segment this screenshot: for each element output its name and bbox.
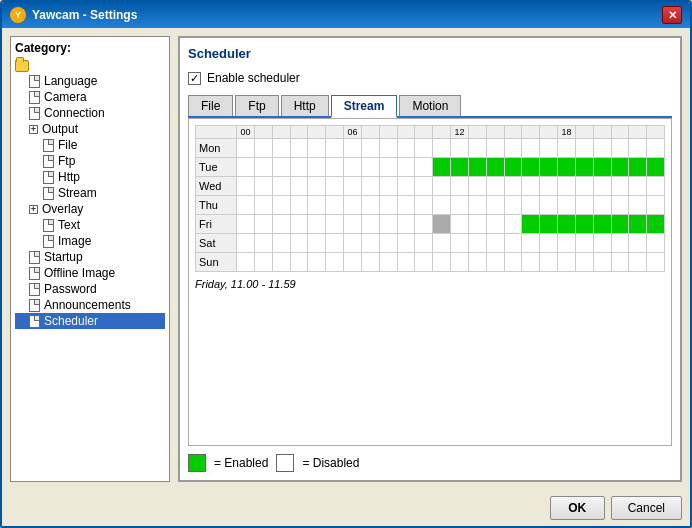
cell-fri-1[interactable] [255, 215, 272, 233]
cell-sat-9[interactable] [398, 234, 415, 252]
cell-sun-10[interactable] [415, 253, 432, 271]
cell-mon-7[interactable] [362, 139, 379, 157]
cell-wed-11[interactable] [433, 177, 450, 195]
cell-sun-5[interactable] [326, 253, 343, 271]
cell-wed-17[interactable] [540, 177, 557, 195]
cell-sun-0[interactable] [237, 253, 254, 271]
tab-motion[interactable]: Motion [399, 95, 461, 116]
tab-http[interactable]: Http [281, 95, 329, 116]
cell-mon-15[interactable] [505, 139, 522, 157]
cell-sat-20[interactable] [594, 234, 611, 252]
cell-tue-6[interactable] [344, 158, 361, 176]
cell-thu-19[interactable] [576, 196, 593, 214]
cell-tue-16[interactable] [522, 158, 539, 176]
cell-mon-5[interactable] [326, 139, 343, 157]
cell-wed-21[interactable] [612, 177, 629, 195]
cell-wed-15[interactable] [505, 177, 522, 195]
cell-sat-15[interactable] [505, 234, 522, 252]
cell-thu-17[interactable] [540, 196, 557, 214]
cell-tue-19[interactable] [576, 158, 593, 176]
cell-mon-3[interactable] [291, 139, 308, 157]
cell-wed-8[interactable] [380, 177, 397, 195]
cell-fri-0[interactable] [237, 215, 254, 233]
cell-mon-12[interactable] [451, 139, 468, 157]
cell-sun-16[interactable] [522, 253, 539, 271]
cell-sat-19[interactable] [576, 234, 593, 252]
cell-thu-0[interactable] [237, 196, 254, 214]
cell-thu-9[interactable] [398, 196, 415, 214]
cell-wed-19[interactable] [576, 177, 593, 195]
cell-tue-13[interactable] [469, 158, 486, 176]
cell-tue-3[interactable] [291, 158, 308, 176]
cell-mon-6[interactable] [344, 139, 361, 157]
cell-sun-13[interactable] [469, 253, 486, 271]
cell-fri-7[interactable] [362, 215, 379, 233]
cell-sun-23[interactable] [647, 253, 664, 271]
cell-sat-12[interactable] [451, 234, 468, 252]
cell-mon-18[interactable] [558, 139, 575, 157]
cell-tue-23[interactable] [647, 158, 664, 176]
sidebar-item-image[interactable]: Image [15, 233, 165, 249]
cell-sat-23[interactable] [647, 234, 664, 252]
cell-fri-21[interactable] [612, 215, 629, 233]
cell-mon-0[interactable] [237, 139, 254, 157]
cell-sat-2[interactable] [273, 234, 290, 252]
cell-tue-8[interactable] [380, 158, 397, 176]
cell-tue-20[interactable] [594, 158, 611, 176]
cell-mon-13[interactable] [469, 139, 486, 157]
sidebar-item-camera[interactable]: Camera [15, 89, 165, 105]
cell-sat-22[interactable] [629, 234, 646, 252]
cell-sat-18[interactable] [558, 234, 575, 252]
cell-thu-1[interactable] [255, 196, 272, 214]
cell-wed-10[interactable] [415, 177, 432, 195]
cell-thu-7[interactable] [362, 196, 379, 214]
cell-sat-8[interactable] [380, 234, 397, 252]
cell-sun-14[interactable] [487, 253, 504, 271]
cell-sat-13[interactable] [469, 234, 486, 252]
cell-mon-20[interactable] [594, 139, 611, 157]
cell-fri-20[interactable] [594, 215, 611, 233]
cell-wed-1[interactable] [255, 177, 272, 195]
cell-thu-12[interactable] [451, 196, 468, 214]
cell-wed-12[interactable] [451, 177, 468, 195]
cell-wed-9[interactable] [398, 177, 415, 195]
cell-thu-18[interactable] [558, 196, 575, 214]
sidebar-item-text[interactable]: Text [15, 217, 165, 233]
cell-mon-11[interactable] [433, 139, 450, 157]
cell-sat-0[interactable] [237, 234, 254, 252]
cell-fri-19[interactable] [576, 215, 593, 233]
cell-fri-14[interactable] [487, 215, 504, 233]
cell-sun-7[interactable] [362, 253, 379, 271]
cell-fri-3[interactable] [291, 215, 308, 233]
cell-thu-21[interactable] [612, 196, 629, 214]
cell-sun-12[interactable] [451, 253, 468, 271]
cell-fri-23[interactable] [647, 215, 664, 233]
close-button[interactable]: ✕ [662, 6, 682, 24]
cell-mon-4[interactable] [308, 139, 325, 157]
cell-thu-6[interactable] [344, 196, 361, 214]
cell-wed-20[interactable] [594, 177, 611, 195]
sidebar-item-announcements[interactable]: Announcements [15, 297, 165, 313]
cell-sun-8[interactable] [380, 253, 397, 271]
cell-tue-18[interactable] [558, 158, 575, 176]
cell-tue-21[interactable] [612, 158, 629, 176]
cell-thu-23[interactable] [647, 196, 664, 214]
cell-tue-11[interactable] [433, 158, 450, 176]
cell-sun-2[interactable] [273, 253, 290, 271]
cell-sun-4[interactable] [308, 253, 325, 271]
cell-thu-3[interactable] [291, 196, 308, 214]
sidebar-item-ftp[interactable]: Ftp [15, 153, 165, 169]
cell-mon-14[interactable] [487, 139, 504, 157]
cell-sun-15[interactable] [505, 253, 522, 271]
cell-thu-15[interactable] [505, 196, 522, 214]
ok-button[interactable]: OK [550, 496, 605, 520]
tab-ftp[interactable]: Ftp [235, 95, 278, 116]
cell-sun-19[interactable] [576, 253, 593, 271]
cell-wed-2[interactable] [273, 177, 290, 195]
cell-mon-8[interactable] [380, 139, 397, 157]
cell-mon-1[interactable] [255, 139, 272, 157]
sidebar-item-output[interactable]: +Output [15, 121, 165, 137]
cell-fri-8[interactable] [380, 215, 397, 233]
cell-wed-3[interactable] [291, 177, 308, 195]
cell-thu-14[interactable] [487, 196, 504, 214]
